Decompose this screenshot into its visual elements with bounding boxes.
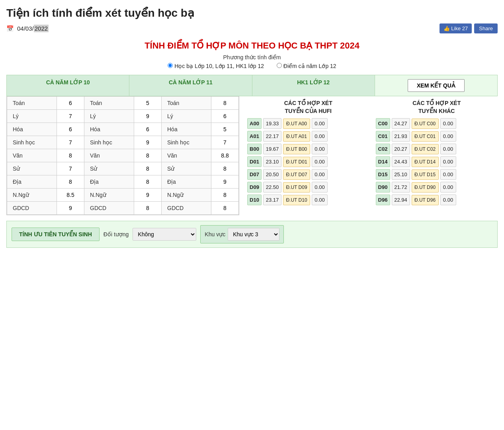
combo-dut-val: 0.00 — [440, 182, 456, 193]
subject-grade-l11[interactable] — [134, 110, 162, 123]
subject-grade-l10[interactable] — [57, 123, 84, 136]
combo-code: C00 — [376, 118, 390, 129]
subject-grade-l10[interactable] — [57, 136, 84, 149]
hufi-result-row: D07 20.50 Đ.UT D07 0.00 — [247, 169, 369, 180]
combo-score: 19.67 — [263, 144, 281, 154]
combo-dut-val: 0.00 — [440, 131, 456, 142]
subject-name-l10: GDCD — [7, 202, 57, 215]
subject-grade-l10[interactable] — [57, 149, 84, 162]
subject-name-hk1: Toán — [162, 97, 211, 110]
hufi-combos: A00 19.33 Đ.UT A00 0.00 A01 22.17 Đ.UT A… — [247, 118, 369, 205]
radio-lop10-11-hk1[interactable]: Học bạ Lớp 10, Lớp 11, HK1 lớp 12 — [168, 63, 266, 69]
subject-grade-hk1[interactable] — [211, 97, 239, 110]
combo-score: 22.17 — [263, 131, 281, 142]
table-row: Sử Sử Sử — [7, 162, 239, 175]
subject-grade-hk1[interactable] — [211, 136, 239, 149]
combo-score: 21.72 — [392, 182, 410, 193]
subject-grade-l11[interactable] — [134, 97, 162, 110]
combo-code: D15 — [376, 169, 390, 180]
radio-ca-nam-lop12[interactable]: Điểm cả năm Lớp 12 — [277, 63, 336, 69]
combo-dut-label: Đ.UT C01 — [412, 131, 439, 142]
subject-name-hk1: Sinh học — [162, 136, 211, 149]
table-row: N.Ngữ N.Ngữ N.Ngữ — [7, 189, 239, 202]
results-both: CÁC TỔ HỢP XÉT TUYỂN CỦA HUFI A00 19.33 … — [247, 99, 498, 207]
subject-name-l11: N.Ngữ — [84, 189, 134, 202]
subject-grade-l10[interactable] — [57, 202, 84, 215]
subject-grade-l11[interactable] — [134, 175, 162, 189]
date-row: 📅 04/03/2022 👍 Like 27 Share — [6, 23, 498, 33]
subject-grade-hk1[interactable] — [211, 202, 239, 215]
other-result-row: C00 24.27 Đ.UT C00 0.00 — [376, 118, 498, 129]
table-row: Văn Văn Văn — [7, 149, 239, 162]
subject-grade-l11[interactable] — [134, 123, 162, 136]
subject-name-l11: Sinh học — [84, 136, 134, 149]
subject-grade-l11[interactable] — [134, 202, 162, 215]
subject-grade-l10[interactable] — [57, 189, 84, 202]
subject-grade-l11[interactable] — [134, 189, 162, 202]
combo-dut-label: Đ.UT B00 — [283, 144, 310, 154]
khu-vuc-select[interactable]: Khu vực 1Khu vực 2Khu vực 2NTKhu vực 3 — [228, 228, 279, 241]
combo-dut-label: Đ.UT D10 — [283, 195, 310, 205]
subject-grade-l11[interactable] — [134, 162, 162, 175]
combo-dut-val: 0.00 — [312, 144, 328, 154]
subject-name-hk1: GDCD — [162, 202, 211, 215]
subject-grade-hk1[interactable] — [211, 162, 239, 175]
subject-grade-hk1[interactable] — [211, 175, 239, 189]
combo-code: D10 — [247, 195, 262, 205]
combo-code: A00 — [247, 118, 262, 129]
xem-ket-qua-button[interactable]: XEM KẾT QUẢ — [408, 79, 465, 92]
table-row: Toán Toán Toán — [7, 97, 239, 110]
combo-score: 20.27 — [392, 144, 410, 154]
subject-name-l11: Địa — [84, 175, 134, 189]
subject-grade-hk1[interactable] — [211, 189, 239, 202]
subject-grade-l10[interactable] — [57, 97, 84, 110]
table-row: Sinh học Sinh học Sinh học — [7, 136, 239, 149]
table-row: Lý Lý Lý — [7, 110, 239, 123]
phuong-thuc-label: Phương thức tính điểm — [6, 54, 498, 60]
subject-name-l10: Sử — [7, 162, 57, 175]
xem-ket-qua-cell: XEM KẾT QUẢ — [375, 75, 497, 96]
combo-code: D01 — [247, 156, 262, 167]
tab-ca-nam-lop10[interactable]: CÀ NĂM LỚP 10 — [7, 75, 129, 96]
subject-grade-l11[interactable] — [134, 136, 162, 149]
other-result-row: C01 21.93 Đ.UT C01 0.00 — [376, 131, 498, 142]
doi-tuong-label: Đối tượng — [104, 231, 129, 237]
combo-code: D09 — [247, 182, 262, 193]
table-row: Hóa Hóa Hóa — [7, 123, 239, 136]
combo-dut-label: Đ.UT D01 — [283, 157, 310, 167]
combo-dut-val: 0.00 — [312, 169, 328, 180]
subject-grade-hk1[interactable] — [211, 110, 239, 123]
subject-grade-l10[interactable] — [57, 162, 84, 175]
other-col: CÁC TỔ HỢP XÉT TUYỂN KHÁC C00 24.27 Đ.UT… — [376, 99, 498, 207]
page-title: Tiện ích tính điểm xét tuyển học bạ — [6, 6, 498, 19]
subject-name-l10: Văn — [7, 149, 57, 162]
subject-grade-l10[interactable] — [57, 175, 84, 189]
subject-name-hk1: Lý — [162, 110, 211, 123]
like-button[interactable]: 👍 Like 27 — [440, 23, 472, 33]
other-result-row: D14 24.43 Đ.UT D14 0.00 — [376, 156, 498, 167]
combo-dut-label: Đ.UT A00 — [283, 119, 310, 129]
tab-hk1-lop12[interactable]: HK1 LỚP 12 — [252, 75, 375, 96]
tinh-uu-tien-button[interactable]: TÍNH ƯU TIÊN TUYỂN SINH — [12, 228, 100, 241]
subject-name-l10: Toán — [7, 97, 57, 110]
other-combos: C00 24.27 Đ.UT C00 0.00 C01 21.93 Đ.UT C… — [376, 118, 498, 205]
khu-vuc-label: Khu vực — [205, 231, 225, 237]
date-display: 📅 04/03/2022 — [6, 25, 49, 32]
combo-dut-val: 0.00 — [312, 195, 328, 205]
subject-name-l11: Sử — [84, 162, 134, 175]
subject-grade-hk1[interactable] — [211, 149, 239, 162]
subject-grade-l10[interactable] — [57, 110, 84, 123]
combo-dut-label: Đ.UT D09 — [283, 182, 310, 193]
combo-dut-label: Đ.UT C02 — [412, 144, 439, 154]
share-button[interactable]: Share — [474, 23, 498, 33]
doi-tuong-select[interactable]: KhôngĐối tượng 1Đối tượng 2Đối tượng 3 — [133, 228, 196, 241]
subject-grade-l11[interactable] — [134, 149, 162, 162]
other-result-row: D15 25.10 Đ.UT D15 0.00 — [376, 169, 498, 180]
other-result-row: C02 20.27 Đ.UT C02 0.00 — [376, 144, 498, 154]
other-result-row: D90 21.72 Đ.UT D90 0.00 — [376, 182, 498, 193]
subject-name-hk1: Hóa — [162, 123, 211, 136]
main-title: TÍNH ĐIỂM TỔ HỢP MÔN THEO HỌC BẠ THPT 20… — [6, 41, 498, 51]
subject-grade-hk1[interactable] — [211, 123, 239, 136]
tab-ca-nam-lop11[interactable]: CÀ NĂM LỚP 11 — [129, 75, 252, 96]
table-row: Địa Địa Địa — [7, 175, 239, 189]
